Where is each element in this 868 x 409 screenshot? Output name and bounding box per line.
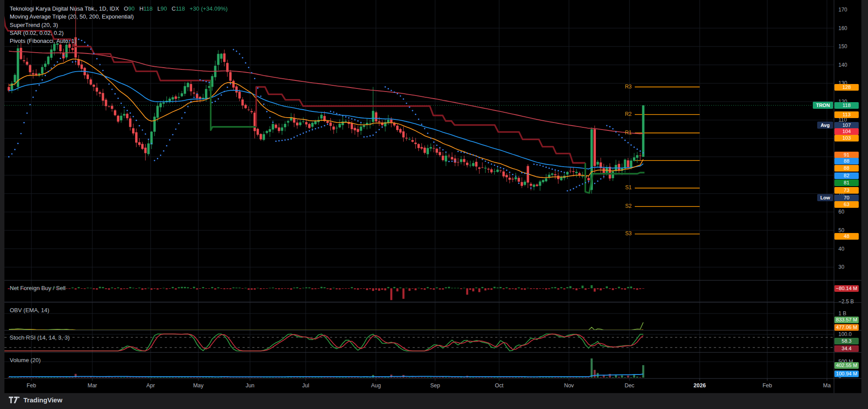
net-foreign-pane[interactable] xyxy=(4,280,834,302)
time-axis-label: Feb xyxy=(27,382,36,389)
price-scale-badge: 91 xyxy=(834,152,859,158)
volume-pane[interactable] xyxy=(4,352,834,378)
pivot-label: S1 xyxy=(617,184,632,191)
obv-pane[interactable] xyxy=(4,302,834,330)
price-scale-tag-tron: TRON xyxy=(813,102,833,109)
price-axis-tick: 60 xyxy=(838,209,844,215)
price-pane[interactable] xyxy=(4,0,834,280)
close-key: C xyxy=(172,5,176,12)
time-axis-label: Sep xyxy=(430,382,440,389)
price-scale-badge: 107 xyxy=(834,122,859,129)
price-scale-badge: 104 xyxy=(834,128,859,135)
price-axis-tick: 30 xyxy=(838,264,844,271)
stoch-rsi-pane[interactable] xyxy=(4,330,834,352)
stoch-rsi-pane-title[interactable]: Stoch RSI (14, 14, 3, 3) xyxy=(10,334,70,341)
obv-pane-title[interactable]: OBV (EMA, 14) xyxy=(10,307,49,313)
pivot-label: R3 xyxy=(617,84,632,90)
indicator-legend-ma[interactable]: Moving Average Triple (20, 50, 200, Expo… xyxy=(10,13,134,20)
obv-value-badge: 477.06 M xyxy=(834,324,859,331)
price-scale-badge: 73 xyxy=(834,187,859,194)
time-axis-label: Dec xyxy=(625,382,634,389)
time-axis-label: Jun xyxy=(246,382,254,389)
tradingview-logo[interactable]: TradingView xyxy=(9,396,62,404)
time-axis-label: Jul xyxy=(302,382,309,389)
price-scale-badge: 63 xyxy=(834,201,859,208)
price-scale-badge: 88 xyxy=(834,158,859,164)
low-value: 90 xyxy=(160,5,167,12)
volume-value-badge: 402.55 M xyxy=(834,362,859,369)
volume-pane-title[interactable]: Volume (20) xyxy=(10,357,41,363)
time-axis-label: Aug xyxy=(371,382,381,389)
indicator-legend-sar[interactable]: SAR (0.02, 0.02, 0.2) xyxy=(10,30,64,36)
price-scale-badge: 81 xyxy=(834,180,859,186)
time-axis-label: Oct xyxy=(495,382,503,389)
price-axis-tick: 150 xyxy=(838,43,847,50)
pivot-label: S2 xyxy=(617,203,632,209)
time-axis-label: Ma xyxy=(823,382,830,389)
high-key: H xyxy=(139,5,143,12)
price-axis-tick: 140 xyxy=(838,62,847,69)
price-scale-badge: 128 xyxy=(834,84,859,91)
indicator-axis-tick: −2.5 B xyxy=(838,298,854,305)
tradingview-logo-text: TradingView xyxy=(23,396,62,404)
obv-value-badge: 833.57 M xyxy=(834,317,859,323)
indicator-axis-tick: 100.0 xyxy=(838,331,852,338)
price-scale-tag-avg: Avg xyxy=(817,122,833,129)
time-axis[interactable] xyxy=(4,378,834,393)
net-foreign-pane-title[interactable]: Net Foreign Buy / Sell xyxy=(10,285,65,291)
close-value: 118 xyxy=(176,5,185,12)
change-value: +30 (+34.09%) xyxy=(190,5,227,12)
tradingview-logo-icon xyxy=(9,397,20,403)
time-axis-label: May xyxy=(193,382,204,389)
pivot-label: S3 xyxy=(617,230,632,237)
pivot-label: R1 xyxy=(617,130,632,136)
time-axis-label: Apr xyxy=(146,382,155,389)
symbol-title: Teknologi Karya Digital Nusa Tbk., 1D, I… xyxy=(10,5,119,12)
symbol-legend-row[interactable]: Teknologi Karya Digital Nusa Tbk., 1D, I… xyxy=(10,5,227,12)
stoch-value-badge: 58.3 xyxy=(834,338,859,344)
volume-value-badge: 100.94 M xyxy=(834,371,859,377)
time-axis-label: Feb xyxy=(762,382,772,389)
price-axis-tick: 160 xyxy=(838,25,847,32)
indicator-axis-tick: 1 B xyxy=(838,310,846,317)
pivot-label: R2 xyxy=(617,111,632,117)
tradingview-chart-window: Teknologi Karya Digital Nusa Tbk., 1D, I… xyxy=(0,0,868,409)
open-value: 90 xyxy=(128,5,134,12)
price-scale-badge: 103 xyxy=(834,135,859,141)
indicator-legend-supertrend[interactable]: SuperTrend (20, 3) xyxy=(10,22,58,28)
price-scale-badge: 88 xyxy=(834,165,859,172)
price-scale-badge: 118 xyxy=(834,102,859,109)
stoch-value-badge: 34.4 xyxy=(834,345,859,352)
price-scale-badge: 113 xyxy=(834,111,859,118)
open-key: O xyxy=(124,5,128,12)
price-scale-badge: 70 xyxy=(834,195,859,201)
price-scale-badge: 48 xyxy=(834,233,859,240)
time-axis-label: Mar xyxy=(87,382,97,389)
price-scale-tag-low: Low xyxy=(817,194,833,201)
price-axis-tick: 40 xyxy=(838,246,844,252)
indicator-legend-pivots[interactable]: Pivots (Fibonacci, Auto, 1) xyxy=(10,38,76,44)
price-scale-badge: 82 xyxy=(834,172,859,179)
time-axis-label: 2026 xyxy=(694,382,706,389)
net-foreign-value-badge: −80.14 M xyxy=(834,285,859,292)
time-axis-label: Nov xyxy=(564,382,574,389)
high-value: 118 xyxy=(144,5,153,12)
price-axis-tick: 170 xyxy=(838,7,847,13)
